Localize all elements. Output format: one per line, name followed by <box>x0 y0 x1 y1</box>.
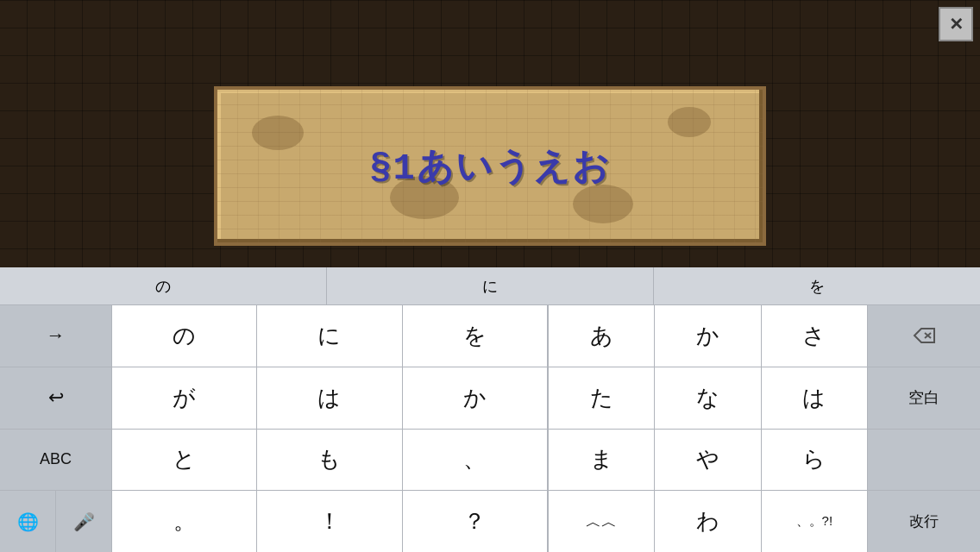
key-ら[interactable]: ら <box>762 430 868 491</box>
key-globe[interactable]: 🌐 <box>0 491 56 552</box>
kb-row-2: ↩ が は か <box>0 367 548 429</box>
kb-row-1: → の に を <box>0 305 548 367</box>
key-empty-action[interactable] <box>868 430 980 491</box>
kb-right-row-4: ︿︿ わ 、。?! 改行 <box>549 490 980 552</box>
kb-right-row-3: ま や ら <box>549 429 980 491</box>
right-keys: あ か さ た な は 空白 ま <box>549 305 980 552</box>
key-period[interactable]: 。 <box>112 491 257 552</box>
key-か-r[interactable]: か <box>655 305 761 367</box>
keyboard-area: の に を → の に を ↩ が は か ABC と <box>0 267 980 552</box>
key-comma[interactable]: 、 <box>403 430 548 491</box>
key-わ[interactable]: わ <box>655 491 761 552</box>
key-を[interactable]: を <box>403 305 548 367</box>
key-は[interactable]: は <box>257 367 402 429</box>
key-arrow-right[interactable]: → <box>0 305 112 367</box>
key-exclaim[interactable]: ！ <box>257 491 402 552</box>
key-に[interactable]: に <box>257 305 402 367</box>
key-small-tsu[interactable]: ︿︿ <box>549 491 655 552</box>
keyboard-main: → の に を ↩ が は か ABC と も 、 🌐 � <box>0 305 980 552</box>
suggestion-を[interactable]: を <box>654 267 980 304</box>
key-return[interactable]: 改行 <box>868 491 980 552</box>
key-と[interactable]: と <box>112 430 257 491</box>
key-mic[interactable]: 🎤 <box>56 491 112 552</box>
key-delete[interactable] <box>868 305 980 367</box>
key-た[interactable]: た <box>549 367 655 429</box>
suggestion-bar: の に を <box>0 267 980 305</box>
close-icon: ✕ <box>949 14 964 34</box>
key-か[interactable]: か <box>403 367 548 429</box>
suggestion-の[interactable]: の <box>0 267 327 304</box>
key-undo[interactable]: ↩ <box>0 367 112 429</box>
key-punct[interactable]: 、。?! <box>762 491 868 552</box>
kb-right-row-2: た な は 空白 <box>549 367 980 429</box>
sign-panel: §1あいうえお <box>214 86 766 246</box>
game-area: §1あいうえお ✕ <box>0 0 980 267</box>
key-も[interactable]: も <box>257 430 402 491</box>
kb-right-row-1: あ か さ <box>549 305 980 367</box>
key-question[interactable]: ？ <box>403 491 548 552</box>
sign-text: §1あいうえお <box>369 142 610 191</box>
key-ま[interactable]: ま <box>549 430 655 491</box>
key-あ[interactable]: あ <box>549 305 655 367</box>
close-button[interactable]: ✕ <box>939 7 973 41</box>
kb-row-4: 🌐 🎤 。 ！ ？ <box>0 490 548 552</box>
backspace-icon <box>912 327 936 344</box>
key-は-r[interactable]: は <box>762 367 868 429</box>
key-な[interactable]: な <box>655 367 761 429</box>
key-space[interactable]: 空白 <box>868 367 980 429</box>
key-の[interactable]: の <box>112 305 257 367</box>
kb-row-3: ABC と も 、 <box>0 429 548 491</box>
left-keys: → の に を ↩ が は か ABC と も 、 🌐 � <box>0 305 548 552</box>
key-abc[interactable]: ABC <box>0 430 112 491</box>
suggestion-に[interactable]: に <box>327 267 654 304</box>
key-が[interactable]: が <box>112 367 257 429</box>
key-や[interactable]: や <box>655 430 761 491</box>
key-さ[interactable]: さ <box>762 305 868 367</box>
